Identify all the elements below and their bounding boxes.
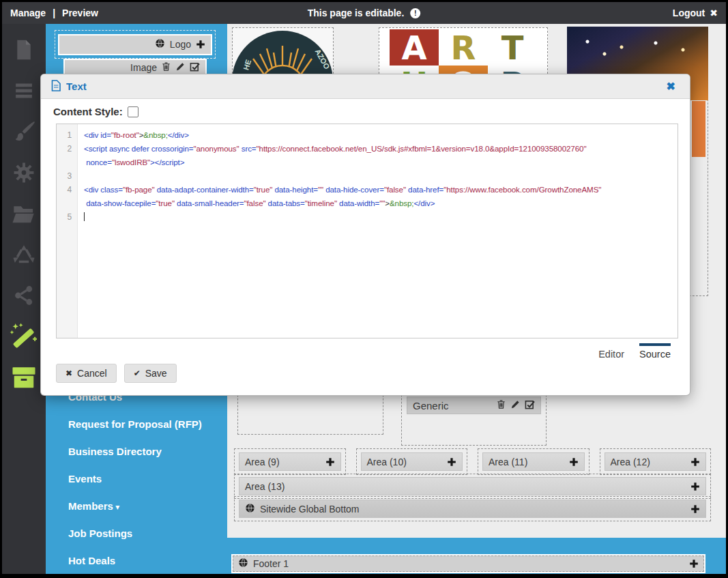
add-icon[interactable] bbox=[690, 504, 700, 514]
area-label: Area (12) bbox=[611, 457, 687, 467]
logo-region: Logo bbox=[55, 30, 216, 59]
trash-icon[interactable] bbox=[161, 61, 171, 74]
editor-toolbar bbox=[2, 24, 46, 574]
area-bar[interactable]: Area (11) bbox=[482, 452, 585, 471]
areas-row: Area (9)Area (10)Area (11)Area (12) bbox=[239, 452, 706, 471]
image-bar[interactable]: Image bbox=[63, 59, 207, 76]
globe-icon bbox=[155, 38, 165, 50]
area-13-label: Area (13) bbox=[245, 481, 686, 492]
manage-link[interactable]: Manage bbox=[10, 8, 46, 18]
document-icon[interactable] bbox=[9, 35, 39, 65]
sidebar-item[interactable]: Request for Proposal (RFP) bbox=[68, 411, 222, 438]
globe-icon bbox=[245, 503, 255, 515]
magic-wand-icon[interactable] bbox=[9, 321, 39, 351]
close-icon: ✖ bbox=[710, 8, 718, 18]
footer-1-label: Footer 1 bbox=[253, 558, 684, 569]
add-icon[interactable] bbox=[690, 482, 700, 491]
sidebar-item[interactable]: Job Postings bbox=[68, 520, 222, 547]
area-region: Area (11) bbox=[482, 452, 585, 471]
area-label: Area (11) bbox=[489, 457, 565, 467]
area-region: Area (10) bbox=[361, 452, 463, 471]
modal-close-icon[interactable]: ✖ bbox=[663, 79, 680, 93]
pencil-icon[interactable] bbox=[510, 399, 521, 411]
footer-1-bar[interactable]: Footer 1 bbox=[231, 554, 705, 573]
generic-bar-label: Generic bbox=[413, 400, 492, 411]
arthop-letter: T bbox=[488, 29, 537, 66]
menu-icon[interactable] bbox=[9, 76, 39, 106]
area-region: Area (9) bbox=[239, 452, 341, 471]
sitewide-bottom-label: Sitewide Global Bottom bbox=[260, 504, 686, 515]
content-style-checkbox[interactable] bbox=[128, 106, 139, 117]
area-region: Area (12) bbox=[605, 452, 707, 471]
editable-notice: This page is editable. bbox=[308, 8, 405, 18]
check-square-icon[interactable] bbox=[190, 61, 200, 74]
area-label: Area (9) bbox=[245, 457, 321, 467]
globe-icon bbox=[238, 558, 248, 570]
sidebar-item[interactable]: Business Directory bbox=[68, 438, 222, 465]
paint-brush-icon[interactable] bbox=[9, 117, 39, 147]
add-icon[interactable] bbox=[689, 559, 699, 568]
logo-bar[interactable]: Logo bbox=[58, 34, 212, 55]
generic-bar[interactable]: Generic bbox=[407, 396, 541, 414]
pencil-icon[interactable] bbox=[175, 61, 186, 74]
check-icon: ✔ bbox=[134, 369, 141, 378]
arthop-letter: R bbox=[439, 29, 488, 66]
top-admin-bar: Manage | Preview This page is editable. … bbox=[2, 2, 726, 24]
arthop-letter: A bbox=[390, 29, 439, 66]
topbar-separator: | bbox=[53, 8, 55, 18]
code-line[interactable]: 5 bbox=[57, 210, 678, 224]
area-bar[interactable]: Area (9) bbox=[239, 452, 341, 471]
preview-link[interactable]: Preview bbox=[62, 8, 98, 18]
logo-bar-label: Logo bbox=[170, 39, 191, 50]
sitewide-bottom-region: Sitewide Global Bottom bbox=[239, 500, 706, 518]
source-code-editor[interactable]: 1<div id="fb-root">&nbsp;</div>2<script … bbox=[56, 124, 678, 338]
text-editor-modal: Text ✖ Content Style: 1<div id="fb-root"… bbox=[41, 74, 690, 395]
app-window: Manage | Preview This page is editable. … bbox=[0, 0, 728, 578]
text-cursor bbox=[84, 212, 85, 221]
content-style-label: Content Style: bbox=[53, 106, 123, 117]
code-line[interactable]: 1<div id="fb-root">&nbsp;</div> bbox=[57, 128, 678, 142]
sidebar-item[interactable]: Hot Deals bbox=[68, 547, 222, 575]
tab-editor[interactable]: Editor bbox=[598, 343, 624, 360]
share-icon[interactable] bbox=[9, 280, 39, 310]
sidebar-item[interactable]: Members ▾ bbox=[68, 493, 222, 520]
area-bar[interactable]: Area (10) bbox=[361, 452, 463, 471]
add-icon[interactable] bbox=[569, 457, 579, 467]
code-line[interactable]: 2<script async defer crossorigin="anonym… bbox=[57, 142, 678, 169]
footer-band: Footer 1 bbox=[227, 538, 726, 574]
orange-panel bbox=[692, 101, 705, 157]
code-lines: 1<div id="fb-root">&nbsp;</div>2<script … bbox=[57, 124, 678, 224]
tab-source[interactable]: Source bbox=[639, 343, 671, 360]
area-13-region: Area (13) bbox=[239, 477, 706, 495]
modal-header: Text ✖ bbox=[41, 74, 690, 99]
add-icon[interactable] bbox=[690, 457, 700, 467]
cancel-button[interactable]: ✖ Cancel bbox=[56, 364, 117, 383]
code-line[interactable]: 3 bbox=[57, 169, 678, 183]
add-icon[interactable] bbox=[196, 40, 205, 49]
sitewide-bottom-bar[interactable]: Sitewide Global Bottom bbox=[239, 500, 706, 518]
area-13-bar[interactable]: Area (13) bbox=[239, 477, 706, 495]
caret-down-icon: ▾ bbox=[113, 502, 119, 512]
folder-icon[interactable] bbox=[9, 199, 39, 229]
x-icon: ✖ bbox=[65, 369, 72, 378]
add-icon[interactable] bbox=[447, 457, 456, 467]
archive-box-icon[interactable] bbox=[9, 362, 39, 392]
logout-button[interactable]: Logout ✖ bbox=[673, 8, 718, 18]
area-label: Area (10) bbox=[367, 457, 443, 467]
modal-title: Text bbox=[66, 81, 87, 92]
text-document-icon bbox=[51, 80, 61, 93]
check-square-icon[interactable] bbox=[525, 399, 535, 411]
recycle-icon[interactable] bbox=[9, 240, 39, 270]
trash-icon[interactable] bbox=[496, 399, 506, 411]
add-icon[interactable] bbox=[325, 457, 335, 467]
gear-icon[interactable] bbox=[9, 158, 39, 188]
code-line[interactable]: 4<div class="fb-page" data-adapt-contain… bbox=[57, 183, 678, 210]
sidebar-nav: Contact UsRequest for Proposal (RFP)Busi… bbox=[68, 384, 222, 575]
sidebar-item[interactable]: Events bbox=[68, 465, 222, 493]
image-bar-label: Image bbox=[130, 62, 157, 73]
area-bar[interactable]: Area (12) bbox=[605, 452, 707, 471]
info-icon[interactable]: ! bbox=[410, 8, 420, 18]
source-editor-tabs: Editor Source bbox=[598, 343, 671, 360]
save-button[interactable]: ✔ Save bbox=[124, 364, 177, 383]
